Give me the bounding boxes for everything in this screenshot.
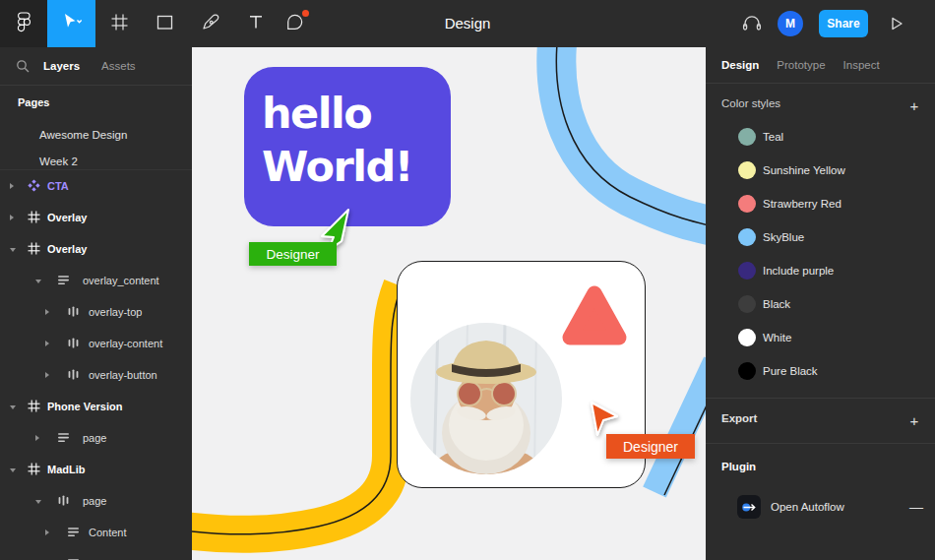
color-swatch [738,262,756,280]
cursor-label-designer-2: Designer [606,434,695,459]
color-style-name: White [763,321,791,354]
layer-row[interactable]: overlay_content [0,265,192,296]
color-style-name: Teal [763,120,783,154]
chevron-right-icon[interactable] [10,183,14,189]
hello-world-text: hello World! [262,87,412,193]
pen-tool[interactable] [188,0,233,47]
layer-name: page [83,485,106,517]
left-tab-assets[interactable]: Assets [101,60,136,72]
color-swatch [738,329,756,346]
notification-badge [300,8,311,19]
layer-name: Overlay [47,233,87,265]
layer-row[interactable]: Content [0,517,192,548]
right-tab-inspect[interactable]: Inspect [843,59,880,71]
layer-name: overlay-top [89,296,142,328]
pen-icon [201,12,220,35]
canvas[interactable]: hello World! [192,47,706,560]
layer-row[interactable]: overlay-button [0,359,192,391]
divider [706,443,935,444]
layer-row[interactable]: overlay-content [0,328,192,359]
color-swatch [738,228,756,246]
present-button[interactable] [889,16,910,31]
layer-row[interactable]: page [0,422,192,454]
color-style-name: Include purple [763,254,834,287]
chevron-right-icon[interactable] [35,435,39,441]
hlayout-icon [67,368,81,382]
layer-row[interactable]: CTA [0,170,192,202]
main-menu-button[interactable] [0,0,47,47]
color-swatch [738,128,756,146]
add-export-button[interactable]: + [905,411,923,429]
layer-row[interactable]: Phone Version [0,391,192,422]
figma-logo-icon [17,12,31,36]
layer-row[interactable]: overlay-top [0,296,192,328]
color-style-row[interactable]: White [706,321,935,354]
pages-section: Pages Awesome DesignWeek 2 [0,93,192,169]
chevron-down-icon[interactable] [35,280,41,283]
add-color-style-button[interactable]: + [905,96,923,114]
move-tool[interactable] [47,0,95,47]
color-style-row[interactable]: Pure Black [706,354,935,388]
right-tab-design[interactable]: Design [721,59,759,71]
layer-name: overlay-content [89,328,162,359]
layer-name: Phone Version [47,391,122,422]
chevron-down-icon[interactable] [10,405,16,409]
color-swatch [738,195,756,213]
move-cursor-icon [59,11,85,36]
hlayout-icon [57,494,71,508]
layer-row[interactable]: page [0,485,192,517]
user-avatar[interactable]: M [778,11,803,36]
remove-plugin-button[interactable]: — [909,492,923,522]
color-swatch [738,295,756,313]
chevron-down-icon[interactable] [35,500,41,504]
left-panel-tabs: LayersAssets [0,47,192,86]
layer-name: MadLib [47,454,86,485]
color-style-name: Black [763,287,790,321]
frame-icon [28,463,41,476]
color-style-row[interactable]: SkyBlue [706,220,935,254]
color-style-name: Pure Black [763,354,818,388]
layer-row[interactable]: Overlay [0,233,192,265]
chevron-right-icon[interactable] [10,215,14,220]
search-icon[interactable] [16,59,30,73]
left-tab-layers[interactable]: Layers [43,60,80,72]
color-style-row[interactable]: Include purple [706,254,935,287]
audio-call-button[interactable] [740,14,766,33]
headphones-icon [740,20,764,36]
rectangle-icon [156,13,174,35]
figma-app: Design M Share [0,0,935,560]
layer-row[interactable]: Background [0,548,192,560]
comment-tool[interactable] [272,0,317,47]
properties-panel: DesignPrototypeInspect Color styles + Te… [706,47,935,560]
layer-row[interactable]: Overlay [0,202,192,233]
chevron-down-icon[interactable] [10,248,16,252]
hello-world-card[interactable]: hello World! [244,67,451,226]
frame-tool[interactable] [96,0,142,47]
pages-header: Pages [18,96,49,108]
play-icon [889,18,904,34]
frame-icon [28,400,41,413]
layer-name: overlay-button [89,359,157,391]
color-style-row[interactable]: Teal [706,120,935,154]
page-item[interactable]: Awesome Design [39,122,187,149]
color-style-row[interactable]: Sunshine Yellow [706,154,935,187]
color-style-row[interactable]: Black [706,287,935,321]
chevron-down-icon[interactable] [10,468,16,472]
plugin-row[interactable]: Open Autoflow — [706,492,935,522]
right-tab-prototype[interactable]: Prototype [777,59,825,71]
right-panel-tabs: DesignPrototypeInspect [706,47,935,84]
rectangle-tool[interactable] [142,0,187,47]
cursor-label-designer-1: Designer [249,242,337,266]
share-button[interactable]: Share [819,10,868,37]
chevron-right-icon[interactable] [45,372,49,378]
color-style-row[interactable]: Strawberry Red [706,187,935,220]
page-item[interactable]: Week 2 [39,149,187,169]
chevron-right-icon[interactable] [45,309,49,315]
chevron-right-icon[interactable] [45,529,49,535]
chevron-right-icon[interactable] [45,341,49,346]
layer-name: overlay_content [83,265,159,296]
layer-row[interactable]: MadLib [0,454,192,485]
portrait-photo [410,323,562,474]
color-styles-header: Color styles [721,97,780,109]
color-swatch [738,362,756,380]
